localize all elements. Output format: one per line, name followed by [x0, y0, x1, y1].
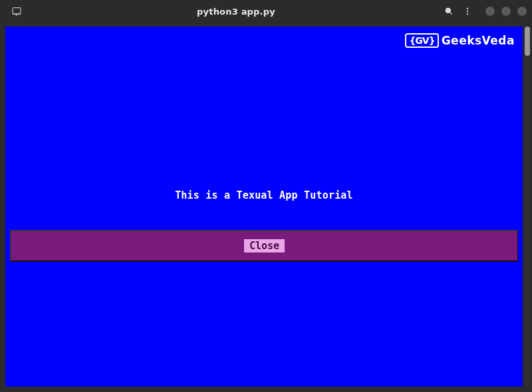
brand-text: GeeksVeda	[442, 34, 515, 47]
brand-logo: {GV} GeeksVeda	[405, 33, 515, 48]
terminal-icon[interactable]	[5, 6, 28, 17]
app-heading: This is a Texual App Tutorial	[5, 189, 523, 201]
svg-line-2	[450, 13, 452, 15]
svg-point-3	[467, 8, 468, 9]
svg-rect-0	[13, 8, 21, 14]
window-close-button[interactable]	[517, 7, 527, 16]
svg-point-4	[467, 11, 468, 12]
terminal-viewport: {GV} GeeksVeda This is a Texual App Tuto…	[0, 23, 532, 392]
search-icon[interactable]	[444, 7, 454, 16]
window-minimize-button[interactable]	[485, 7, 495, 16]
close-button-label: Close	[244, 239, 285, 252]
window-maximize-button[interactable]	[501, 7, 511, 16]
menu-icon[interactable]	[463, 7, 472, 16]
close-button[interactable]: Close	[10, 230, 518, 262]
window-titlebar: python3 app.py	[0, 0, 532, 23]
scrollbar-thumb[interactable]	[525, 27, 530, 56]
window-title: python3 app.py	[28, 7, 444, 17]
textual-app-root: {GV} GeeksVeda This is a Texual App Tuto…	[5, 27, 523, 387]
svg-point-5	[467, 13, 468, 15]
brand-badge: {GV}	[405, 33, 438, 48]
scrollbar-track	[525, 27, 530, 387]
svg-point-1	[446, 8, 450, 13]
